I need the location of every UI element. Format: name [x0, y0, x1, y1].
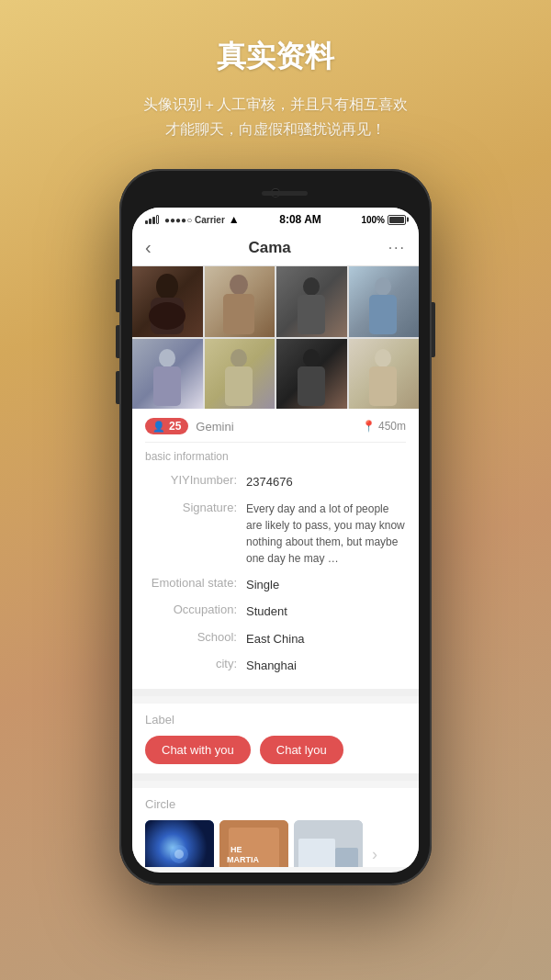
svg-rect-10 [153, 366, 181, 406]
zodiac-text: Gemini [196, 420, 233, 434]
circle-section-title: Circle [145, 797, 406, 811]
photo-cell-3[interactable] [276, 266, 347, 337]
circle-item-2[interactable]: HE MARTIA N [219, 820, 288, 868]
profile-meta-left: 👤 25 Gemini [145, 418, 234, 434]
svg-rect-27 [335, 848, 358, 868]
signal-bar-2 [149, 219, 152, 224]
signature-label: Signature: [145, 501, 246, 567]
city-value: Shanghai [246, 657, 406, 675]
svg-rect-14 [298, 366, 325, 406]
photo-svg-8 [358, 342, 409, 406]
signature-value: Every day and a lot of people are likely… [246, 501, 406, 567]
battery-icon [388, 215, 406, 225]
screen: ●●●●○ Carrier ▲ 8:08 AM 100% ‹ Cama ··· [132, 208, 419, 873]
photo-cell-8[interactable] [349, 339, 420, 410]
svg-point-9 [159, 349, 175, 367]
circle-grid: HE MARTIA N › [145, 820, 406, 868]
photo-placeholder-7 [276, 339, 347, 410]
svg-point-5 [303, 277, 320, 296]
location-icon: 📍 [362, 420, 376, 433]
city-label: city: [145, 657, 246, 675]
photo-cell-6[interactable] [205, 339, 276, 410]
back-button[interactable]: ‹ [145, 237, 152, 258]
separator-2 [132, 773, 419, 781]
battery-percent-text: 100% [361, 215, 385, 225]
status-time: 8:08 AM [279, 213, 321, 226]
signal-bar-1 [145, 220, 148, 224]
speaker [262, 191, 308, 196]
emotional-state-row: Emotional state: Single [145, 571, 406, 599]
photo-svg-7 [287, 342, 337, 406]
photo-placeholder-1 [132, 266, 203, 337]
photo-placeholder-2 [205, 266, 276, 337]
photo-cell-2[interactable] [205, 266, 276, 337]
svg-point-3 [230, 275, 248, 295]
photo-cell-4[interactable] [349, 266, 420, 337]
separator-1 [132, 689, 419, 696]
label-section: Label Chat with you Chat lyou [132, 704, 419, 773]
photo-cell-5[interactable] [132, 339, 203, 410]
phone-device: ●●●●○ Carrier ▲ 8:08 AM 100% ‹ Cama ··· [119, 169, 432, 885]
basic-info-header: basic information [145, 442, 406, 468]
status-carrier: ●●●●○ Carrier ▲ [145, 213, 240, 226]
photo-svg-4 [358, 270, 409, 334]
profile-info-section: 👤 25 Gemini 📍 450m basic information YIY [132, 409, 419, 689]
photo-placeholder-8 [349, 339, 420, 410]
signal-bar-4 [156, 215, 159, 224]
photo-svg-6 [214, 342, 264, 406]
circle-item-1[interactable] [145, 820, 214, 868]
occupation-value: Student [246, 603, 406, 621]
page-subtitle: 头像识别＋人工审核，并且只有相互喜欢 才能聊天，向虚假和骚扰说再见！ [55, 92, 496, 141]
yiy-number-label: YIYInumber: [145, 473, 246, 491]
photo-svg-1 [140, 270, 195, 334]
top-section: 真实资料 头像识别＋人工审核，并且只有相互喜欢 才能聊天，向虚假和骚扰说再见！ [0, 0, 551, 160]
distance-text: 📍 450m [362, 420, 406, 433]
photo-placeholder-5 [132, 339, 203, 410]
svg-point-13 [303, 349, 320, 367]
status-right: 100% [361, 215, 406, 225]
circle-svg-1 [145, 820, 214, 868]
label-section-title: Label [145, 713, 406, 727]
signal-bars [145, 215, 159, 224]
chat-with-you-btn-1[interactable]: Chat with you [145, 736, 251, 764]
occupation-label: Occupation: [145, 603, 246, 621]
status-bar: ●●●●○ Carrier ▲ 8:08 AM 100% [132, 208, 419, 230]
chat-with-you-btn-2[interactable]: Chat lyou [260, 736, 343, 764]
profile-meta: 👤 25 Gemini 📍 450m [145, 418, 406, 434]
photo-grid [132, 266, 419, 409]
scroll-content[interactable]: 👤 25 Gemini 📍 450m basic information YIY [132, 266, 419, 867]
age-badge: 👤 25 [145, 418, 188, 434]
photo-cell-1[interactable] [132, 266, 203, 337]
photo-svg-2 [214, 270, 264, 334]
svg-rect-4 [223, 294, 254, 334]
svg-point-0 [156, 274, 178, 299]
photo-cell-7[interactable] [276, 339, 347, 410]
yiy-number-row: YIYInumber: 2374676 [145, 468, 406, 496]
wifi-icon: ▲ [229, 213, 240, 226]
svg-rect-16 [369, 366, 397, 406]
carrier-text: ●●●●○ Carrier [164, 215, 225, 225]
svg-point-15 [375, 349, 391, 367]
photo-placeholder-6 [205, 339, 276, 410]
signature-row: Signature: Every day and a lot of people… [145, 496, 406, 571]
svg-point-19 [174, 850, 184, 859]
nav-title: Cama [152, 239, 388, 257]
circle-svg-2: HE MARTIA N [219, 820, 288, 868]
phone-wrapper: ●●●●○ Carrier ▲ 8:08 AM 100% ‹ Cama ··· [0, 169, 551, 885]
school-value: East China [246, 630, 406, 648]
photo-placeholder-3 [276, 266, 347, 337]
photo-svg-3 [287, 270, 337, 334]
emotional-state-value: Single [246, 576, 406, 594]
photo-placeholder-4 [349, 266, 420, 337]
circle-svg-3 [294, 820, 363, 868]
signal-bar-3 [152, 217, 155, 224]
svg-point-2 [149, 302, 186, 330]
circle-item-3[interactable] [294, 820, 363, 868]
svg-point-7 [375, 277, 391, 296]
city-row: city: Shanghai [145, 652, 406, 680]
more-button[interactable]: ··· [388, 240, 406, 256]
circle-section: Circle [132, 788, 419, 868]
occupation-row: Occupation: Student [145, 598, 406, 625]
svg-rect-6 [298, 295, 325, 334]
person-icon: 👤 [152, 421, 165, 433]
